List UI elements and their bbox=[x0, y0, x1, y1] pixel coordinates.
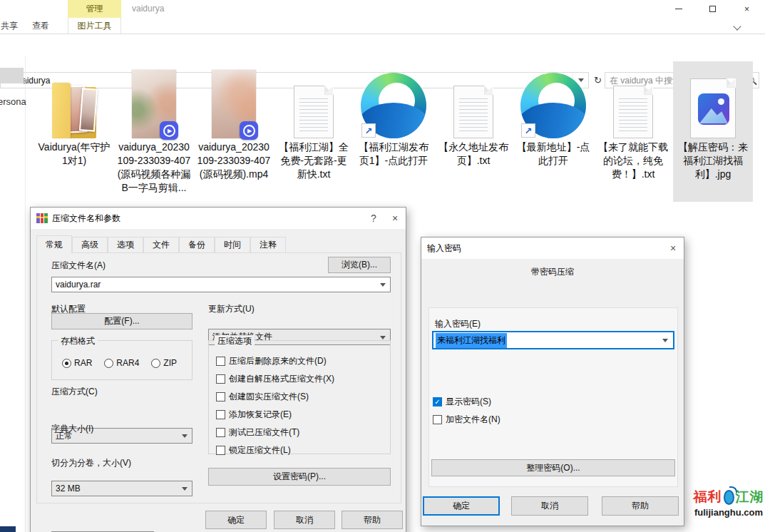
chevron-down-icon bbox=[182, 487, 188, 491]
rar-ok-button[interactable]: 确定 bbox=[205, 511, 267, 529]
navigation-pane-divider bbox=[25, 56, 26, 532]
watermark-text-right: 江湖 bbox=[736, 488, 764, 506]
watermark: 福利 江湖 fulijianghu.com bbox=[692, 488, 765, 518]
file-item-txt[interactable]: 【永久地址发布页】.txt bbox=[433, 61, 513, 202]
file-label: 【来了就能下载的论坛，纯免费！】.txt bbox=[596, 140, 670, 181]
browse-button[interactable]: 浏览(B)... bbox=[328, 257, 391, 273]
rar-tab-time[interactable]: 时间 bbox=[215, 237, 250, 252]
file-item-edge-shortcut[interactable]: ↗ 【最新地址】-点此打开 bbox=[513, 61, 593, 202]
archive-name-combobox[interactable]: vaidurya.rar bbox=[51, 277, 391, 292]
file-item-video[interactable]: ▶ vaidurya_20230109-233039-407(源码视频各种漏B一… bbox=[114, 61, 194, 202]
file-item-video[interactable]: ▶ vaidurya_20230109-233039-407(源码视频).mp4 bbox=[194, 61, 274, 202]
checkbox-icon bbox=[216, 392, 225, 401]
update-mode-label: 更新方式(U) bbox=[208, 303, 255, 315]
format-zip-radio[interactable]: ZIP bbox=[151, 358, 177, 368]
option-lock-checkbox[interactable]: 锁定压缩文件(L) bbox=[216, 444, 334, 456]
compression-options-group: 压缩选项 压缩后删除原来的文件(D) 创建自解压格式压缩文件(X) 创建固实压缩… bbox=[208, 340, 391, 454]
profiles-button[interactable]: 配置(F)... bbox=[51, 313, 192, 329]
password-dialog-subtitle: 带密码压缩 bbox=[421, 266, 684, 278]
password-help-button[interactable]: 帮助 bbox=[602, 496, 679, 516]
file-item-jpg-selected[interactable]: 【解压密码：来福利江湖找福利】.jpg bbox=[673, 61, 753, 202]
password-cancel-button[interactable]: 取消 bbox=[511, 496, 588, 516]
password-dialog-titlebar[interactable]: 输入密码 × bbox=[421, 237, 684, 259]
shortcut-arrow-icon: ↗ bbox=[361, 123, 376, 138]
image-file-icon bbox=[690, 78, 736, 138]
tab-view[interactable]: 查看 bbox=[32, 18, 49, 34]
taskbar-fragment bbox=[0, 526, 16, 532]
split-volumes-label: 切分为分卷，大小(V) bbox=[51, 457, 131, 469]
navigation-pane-selected-item[interactable] bbox=[0, 68, 24, 83]
password-input[interactable]: 来福利江湖找福利 bbox=[432, 331, 674, 349]
file-label: 【解压密码：来福利江湖找福利】.jpg bbox=[676, 140, 750, 181]
shortcut-arrow-icon: ↗ bbox=[521, 123, 535, 138]
checkbox-icon bbox=[216, 428, 225, 437]
file-item-edge-shortcut[interactable]: ↗ 【福利江湖发布页1】-点此打开 bbox=[354, 61, 433, 202]
text-file-icon bbox=[294, 86, 334, 138]
option-delete-files-checkbox[interactable]: 压缩后删除原来的文件(D) bbox=[216, 355, 334, 367]
rar-tab-options[interactable]: 选项 bbox=[108, 237, 143, 252]
show-password-checkbox[interactable]: ✓ 显示密码(S) bbox=[433, 396, 491, 408]
checkbox-icon bbox=[216, 374, 225, 384]
text-file-icon bbox=[453, 86, 493, 138]
ribbon-tab-row: 共享 查看 图片工具 ? bbox=[0, 18, 765, 34]
rar-general-panel: 压缩文件名(A) 浏览(B)... vaidurya.rar 默认配置 配置(F… bbox=[36, 252, 401, 503]
dialog-help-button[interactable]: ? bbox=[363, 208, 384, 229]
file-label: vaidurya_20230109-233039-407(源码视频).mp4 bbox=[197, 140, 271, 181]
address-row: vaidurya ↻ bbox=[0, 34, 765, 56]
format-rar-radio[interactable]: RAR bbox=[62, 358, 92, 368]
encrypt-filenames-checkbox[interactable]: 加密文件名(N) bbox=[433, 414, 500, 426]
option-sfx-checkbox[interactable]: 创建自解压格式压缩文件(X) bbox=[216, 373, 334, 385]
file-item-folder[interactable]: Vaidurya(年守护1对1) bbox=[34, 61, 114, 202]
rar-tab-strip: 常规 高级 选项 文件 备份 时间 注释 bbox=[36, 235, 286, 252]
chevron-down-icon[interactable] bbox=[733, 22, 741, 30]
tab-picture-tools[interactable]: 图片工具 bbox=[68, 18, 121, 34]
dialog-close-button[interactable]: × bbox=[662, 237, 684, 259]
window-titlebar: 管理 vaidurya × bbox=[0, 0, 765, 18]
navigation-pane-item-label[interactable]: ersona bbox=[0, 96, 26, 107]
chevron-down-icon[interactable] bbox=[380, 283, 386, 287]
rar-tab-files[interactable]: 文件 bbox=[143, 237, 179, 252]
contextual-tab-manage[interactable]: 管理 bbox=[68, 0, 121, 18]
close-icon: × bbox=[744, 4, 749, 14]
minimize-button[interactable] bbox=[662, 0, 694, 18]
checkbox-checked-icon: ✓ bbox=[433, 397, 442, 406]
photo-thumbnail bbox=[79, 88, 98, 131]
checkbox-icon bbox=[433, 415, 442, 424]
folder-icon bbox=[52, 78, 96, 138]
chevron-down-icon[interactable] bbox=[662, 339, 668, 342]
rar-help-button[interactable]: 帮助 bbox=[342, 511, 403, 529]
tab-share[interactable]: 共享 bbox=[1, 18, 18, 34]
option-solid-checkbox[interactable]: 创建固实压缩文件(S) bbox=[216, 391, 334, 403]
set-password-button[interactable]: 设置密码(P)... bbox=[208, 468, 391, 486]
rar-cancel-button[interactable]: 取消 bbox=[274, 511, 335, 529]
option-recovery-checkbox[interactable]: 添加恢复记录(E) bbox=[216, 409, 334, 421]
file-label: Vaidurya(年守护1对1) bbox=[37, 140, 111, 168]
password-ok-button[interactable]: 确定 bbox=[423, 496, 500, 516]
checkbox-icon bbox=[216, 446, 225, 455]
file-label: 【福利江湖发布页1】-点此打开 bbox=[356, 140, 431, 168]
rar-tab-general[interactable]: 常规 bbox=[36, 235, 72, 253]
rar-tab-backup[interactable]: 备份 bbox=[179, 237, 215, 252]
file-grid: Vaidurya(年守护1对1) ▶ vaidurya_20230109-233… bbox=[34, 61, 753, 202]
chevron-down-icon bbox=[380, 336, 386, 339]
maximize-button[interactable] bbox=[697, 0, 729, 18]
format-rar4-radio[interactable]: RAR4 bbox=[104, 358, 139, 368]
rar-tab-advanced[interactable]: 高级 bbox=[72, 237, 108, 252]
enter-password-label: 输入密码(E) bbox=[435, 318, 481, 330]
option-test-checkbox[interactable]: 测试已压缩文件(T) bbox=[216, 426, 334, 439]
file-item-txt[interactable]: 【福利江湖】全免费-无套路-更新快.txt bbox=[274, 61, 354, 202]
video-thumbnail: ▶ bbox=[212, 70, 256, 138]
rar-dialog: 压缩文件名和参数 ? × 常规 高级 选项 文件 备份 时间 注释 压缩文件名(… bbox=[30, 207, 406, 532]
close-button[interactable]: × bbox=[731, 0, 763, 18]
compression-options-legend: 压缩选项 bbox=[215, 335, 255, 347]
rar-dialog-titlebar[interactable]: 压缩文件名和参数 ? × bbox=[31, 208, 406, 229]
dictionary-size-dropdown[interactable]: 32 MB bbox=[51, 481, 192, 496]
organize-passwords-button[interactable]: 整理密码(O)... bbox=[431, 459, 675, 476]
radio-icon bbox=[104, 359, 113, 368]
video-thumbnail: ▶ bbox=[132, 70, 176, 138]
file-item-txt[interactable]: 【来了就能下载的论坛，纯免费！】.txt bbox=[593, 61, 673, 202]
minimize-icon bbox=[675, 9, 682, 9]
dialog-close-button[interactable]: × bbox=[384, 208, 406, 229]
rar-tab-comment[interactable]: 注释 bbox=[250, 237, 286, 252]
dictionary-size-label: 字典大小(I) bbox=[51, 423, 93, 435]
